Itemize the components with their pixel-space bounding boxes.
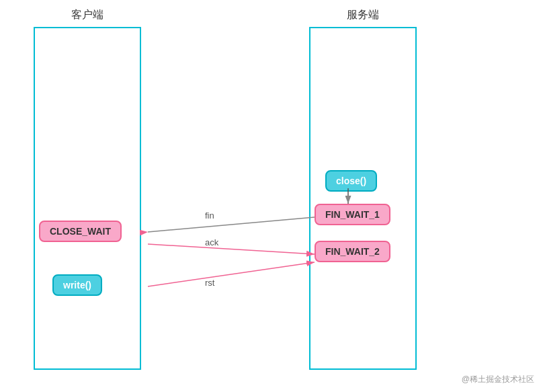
rst-label: rst (205, 278, 215, 288)
fin-wait-1-box: FIN_WAIT_1 (315, 204, 390, 225)
ack-arrow (148, 244, 315, 254)
fin-label: fin (205, 210, 214, 221)
write-box: write() (52, 274, 102, 296)
client-title: 客户端 (35, 8, 140, 22)
diagram: 客户端 服务端 CLOSE_WAIT write() close() FIN_W… (7, 27, 531, 377)
ack-label: ack (205, 237, 219, 247)
fin-arrow (148, 217, 315, 232)
server-column: 服务端 (309, 27, 417, 370)
rst-arrow (148, 262, 315, 286)
fin-wait-2-box: FIN_WAIT_2 (315, 241, 390, 262)
close-box: close() (325, 170, 377, 192)
close-wait-box: CLOSE_WAIT (39, 221, 122, 242)
client-column: 客户端 (34, 27, 141, 370)
watermark: @稀土掘金技术社区 (462, 374, 534, 385)
server-title: 服务端 (310, 8, 415, 22)
